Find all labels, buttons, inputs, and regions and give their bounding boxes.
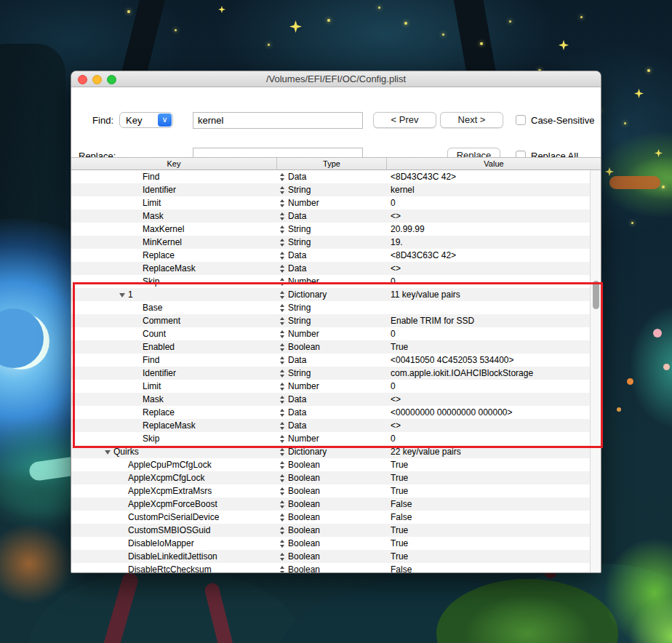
- row-type-label[interactable]: Data: [288, 262, 306, 275]
- close-button[interactable]: [78, 75, 87, 84]
- row-key-label[interactable]: Identifier: [143, 183, 176, 196]
- row-key-label[interactable]: DisableIoMapper: [128, 537, 194, 550]
- type-stepper-icon[interactable]: [280, 514, 285, 522]
- table-row[interactable]: ReplaceMaskData<>: [71, 262, 590, 275]
- row-key-label[interactable]: AppleXcpmCfgLock: [128, 471, 204, 484]
- type-stepper-icon[interactable]: [280, 173, 285, 181]
- search-input[interactable]: [193, 112, 363, 129]
- table-row[interactable]: CustomPciSerialDeviceBooleanFalse: [71, 511, 590, 524]
- row-value[interactable]: True: [387, 484, 590, 498]
- type-stepper-icon[interactable]: [280, 448, 285, 456]
- row-value[interactable]: True: [387, 524, 590, 537]
- column-header-value[interactable]: Value: [387, 158, 601, 169]
- row-key-label[interactable]: AppleCpuPmCfgLock: [128, 458, 212, 471]
- row-value[interactable]: True: [387, 550, 590, 563]
- table-row[interactable]: ReplaceData<8D43C63C 42>: [71, 249, 590, 262]
- row-type-label[interactable]: Data: [288, 249, 306, 262]
- table-row[interactable]: AppleXcpmCfgLockBooleanTrue: [71, 471, 590, 484]
- table-row[interactable]: DisableLinkeditJettisonBooleanTrue: [71, 550, 590, 563]
- row-key-label[interactable]: Replace: [143, 249, 175, 262]
- table-row[interactable]: DisableIoMapperBooleanTrue: [71, 537, 590, 550]
- titlebar[interactable]: /Volumes/EFI/EFI/OC/Config.plist: [71, 71, 601, 87]
- type-stepper-icon[interactable]: [280, 540, 285, 548]
- row-type-label[interactable]: Boolean: [288, 537, 320, 550]
- type-stepper-icon[interactable]: [280, 487, 285, 495]
- row-value[interactable]: 0: [387, 196, 590, 209]
- type-stepper-icon[interactable]: [280, 527, 285, 535]
- table-row[interactable]: DisableRtcChecksumBooleanFalse: [71, 563, 590, 572]
- type-stepper-icon[interactable]: [280, 566, 285, 573]
- zoom-button[interactable]: [107, 75, 116, 84]
- row-type-label[interactable]: Boolean: [288, 458, 320, 471]
- row-type-label[interactable]: Boolean: [288, 511, 320, 524]
- row-key-label[interactable]: CustomPciSerialDevice: [128, 511, 219, 524]
- row-key-label[interactable]: DisableLinkeditJettison: [128, 550, 217, 563]
- table-row[interactable]: AppleXcpmForceBoostBooleanFalse: [71, 498, 590, 511]
- search-scope-dropdown[interactable]: Key ∨: [119, 112, 173, 128]
- row-key-label[interactable]: Find: [143, 170, 159, 183]
- row-value[interactable]: False: [387, 563, 590, 572]
- row-key-label[interactable]: AppleXcpmExtraMsrs: [128, 484, 212, 498]
- row-key-label[interactable]: MinKernel: [143, 236, 182, 249]
- type-stepper-icon[interactable]: [280, 186, 285, 194]
- table-row[interactable]: MaskData<>: [71, 209, 590, 223]
- table-row[interactable]: IdentifierStringkernel: [71, 183, 590, 196]
- row-type-label[interactable]: Boolean: [288, 524, 320, 537]
- row-type-label[interactable]: Boolean: [288, 498, 320, 511]
- row-value[interactable]: True: [387, 471, 590, 484]
- row-type-label[interactable]: Boolean: [288, 550, 320, 563]
- row-key-label[interactable]: CustomSMBIOSGuid: [128, 524, 210, 537]
- row-type-label[interactable]: Data: [288, 209, 306, 223]
- type-stepper-icon[interactable]: [280, 225, 285, 233]
- prev-button[interactable]: < Prev: [373, 112, 436, 128]
- row-type-label[interactable]: String: [288, 223, 311, 236]
- type-stepper-icon[interactable]: [280, 212, 285, 220]
- row-key-label[interactable]: Limit: [143, 196, 161, 209]
- table-row[interactable]: LimitNumber0: [71, 196, 590, 209]
- type-stepper-icon[interactable]: [280, 461, 285, 469]
- table-row[interactable]: CustomSMBIOSGuidBooleanTrue: [71, 524, 590, 537]
- column-header-key[interactable]: Key: [71, 158, 277, 169]
- row-value[interactable]: 19.: [387, 236, 590, 249]
- row-value[interactable]: True: [387, 537, 590, 550]
- row-value[interactable]: False: [387, 511, 590, 524]
- row-type-label[interactable]: Boolean: [288, 471, 320, 484]
- row-key-label[interactable]: Mask: [143, 209, 164, 223]
- type-stepper-icon[interactable]: [280, 239, 285, 247]
- row-value[interactable]: <8D43C63C 42>: [387, 249, 590, 262]
- row-type-label[interactable]: String: [288, 183, 311, 196]
- row-key-label[interactable]: DisableRtcChecksum: [128, 563, 212, 572]
- row-value[interactable]: <>: [387, 209, 590, 223]
- row-value[interactable]: True: [387, 458, 590, 471]
- row-type-label[interactable]: Boolean: [288, 563, 320, 572]
- type-stepper-icon[interactable]: [280, 500, 285, 508]
- row-value[interactable]: kernel: [387, 183, 590, 196]
- next-button[interactable]: Next >: [440, 112, 503, 128]
- disclosure-triangle-icon[interactable]: [104, 447, 113, 457]
- row-value[interactable]: <>: [387, 262, 590, 275]
- background-foliage: [629, 305, 672, 429]
- case-sensitive-checkbox[interactable]: [516, 115, 526, 125]
- table-row[interactable]: AppleXcpmExtraMsrsBooleanTrue: [71, 484, 590, 498]
- row-key-label[interactable]: ReplaceMask: [143, 262, 196, 275]
- row-key-label[interactable]: MaxKernel: [143, 223, 184, 236]
- row-type-label[interactable]: Data: [288, 170, 306, 183]
- table-row[interactable]: FindData<8D43C43C 42>: [71, 170, 590, 183]
- type-stepper-icon[interactable]: [280, 474, 285, 482]
- type-stepper-icon[interactable]: [280, 199, 285, 207]
- row-value[interactable]: <8D43C43C 42>: [387, 170, 590, 183]
- row-key-label[interactable]: AppleXcpmForceBoost: [128, 498, 217, 511]
- row-type-label[interactable]: Boolean: [288, 484, 320, 498]
- table-row[interactable]: AppleCpuPmCfgLockBooleanTrue: [71, 458, 590, 471]
- type-stepper-icon[interactable]: [280, 252, 285, 260]
- row-type-label[interactable]: String: [288, 236, 311, 249]
- column-header-type[interactable]: Type: [277, 158, 387, 169]
- minimize-button[interactable]: [92, 75, 102, 84]
- row-type-label[interactable]: Number: [288, 196, 319, 209]
- row-value[interactable]: False: [387, 498, 590, 511]
- table-row[interactable]: MaxKernelString20.99.99: [71, 223, 590, 236]
- type-stepper-icon[interactable]: [280, 265, 285, 273]
- row-value[interactable]: 20.99.99: [387, 223, 590, 236]
- table-row[interactable]: MinKernelString19.: [71, 236, 590, 249]
- type-stepper-icon[interactable]: [280, 553, 285, 561]
